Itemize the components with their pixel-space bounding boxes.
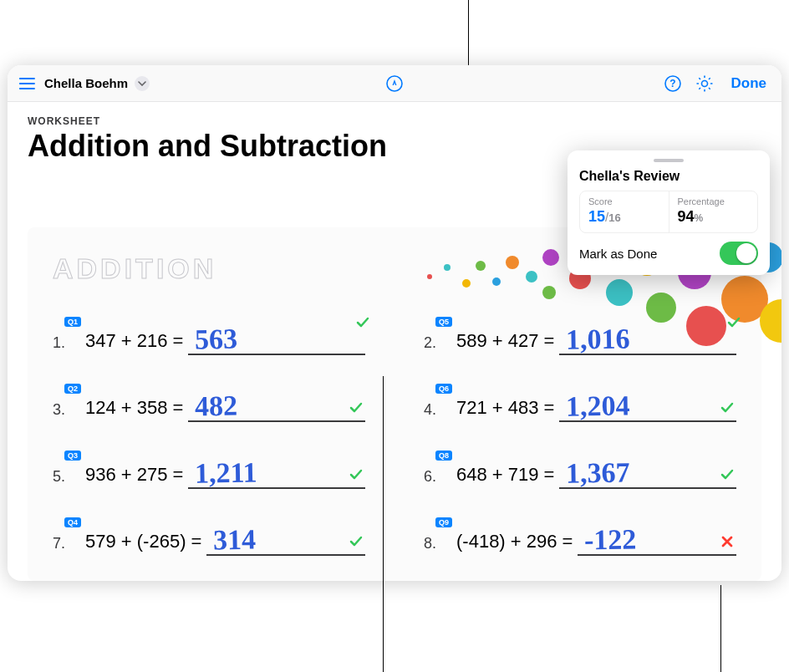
settings-icon[interactable] xyxy=(695,74,715,94)
callout-line xyxy=(468,0,469,65)
question-item[interactable]: 1.Q1347 + 216 =563 xyxy=(53,318,365,355)
question-badge: Q9 xyxy=(435,517,452,527)
review-stats: Score 15/16 Percentage 94% xyxy=(579,191,758,233)
toolbar: Chella Boehm ? Done xyxy=(8,65,781,102)
student-answer: 482 xyxy=(195,390,238,423)
check-icon[interactable] xyxy=(349,400,364,415)
x-icon[interactable] xyxy=(720,534,735,549)
help-icon[interactable]: ? xyxy=(663,74,683,94)
worksheet-label: WORKSHEET xyxy=(28,115,761,127)
toolbar-center xyxy=(384,74,405,94)
questions-grid: 1.Q1347 + 216 =5632.Q5589 + 427 =1,0163.… xyxy=(53,318,736,556)
score-label: Score xyxy=(588,196,660,206)
percentage-cell: Percentage 94% xyxy=(669,191,758,232)
drag-handle-icon[interactable] xyxy=(654,159,684,162)
app-window: Chella Boehm ? Done WORKSHEET Addition a… xyxy=(8,65,781,581)
callout-line xyxy=(720,585,721,672)
question-number: 4. xyxy=(424,401,436,422)
bubble-icon xyxy=(760,299,781,343)
question-number: 1. xyxy=(53,334,65,355)
bubble-icon xyxy=(542,286,556,299)
question-number: 6. xyxy=(424,468,436,489)
worksheet-body: ADDITION 1.Q1347 + 216 =5632.Q5589 + 427… xyxy=(28,227,761,581)
question-item[interactable]: 2.Q5589 + 427 =1,016 xyxy=(424,318,736,355)
question-item[interactable]: 6.Q8648 + 719 =1,367 xyxy=(424,452,736,489)
question-expression: 347 + 216 = xyxy=(85,330,183,355)
svg-point-6 xyxy=(387,76,402,91)
callout-line xyxy=(383,376,384,672)
menu-icon[interactable] xyxy=(18,74,38,94)
question-item[interactable]: 5.Q3936 + 275 =1,211 xyxy=(53,452,365,489)
toolbar-left: Chella Boehm xyxy=(18,74,150,94)
svg-line-15 xyxy=(709,88,710,89)
student-answer: -122 xyxy=(584,523,637,556)
student-answer: 1,211 xyxy=(195,456,257,489)
mark-done-row: Mark as Done xyxy=(579,242,758,265)
done-button[interactable]: Done xyxy=(726,72,772,95)
check-icon[interactable] xyxy=(726,315,741,330)
check-icon[interactable] xyxy=(720,467,735,482)
chevron-down-icon[interactable] xyxy=(135,76,150,91)
content-area: WORKSHEET Addition and Subtraction Chell… xyxy=(8,102,781,581)
svg-line-16 xyxy=(699,88,700,89)
toolbar-right: ? Done xyxy=(663,72,772,95)
svg-point-9 xyxy=(701,80,707,86)
answer-field[interactable]: 563 xyxy=(188,322,365,355)
question-number: 3. xyxy=(53,401,65,422)
svg-line-17 xyxy=(709,78,710,79)
review-title: Chella's Review xyxy=(579,169,758,184)
student-answer: 1,204 xyxy=(566,389,630,422)
question-number: 7. xyxy=(53,535,65,556)
score-cell: Score 15/16 xyxy=(580,191,669,232)
question-item[interactable]: 3.Q2124 + 358 =482 xyxy=(53,385,365,422)
student-answer: 1,367 xyxy=(566,456,630,489)
question-expression: 648 + 719 = xyxy=(456,464,554,489)
question-badge: Q3 xyxy=(64,451,81,461)
student-answer: 1,016 xyxy=(566,323,630,355)
percentage-label: Percentage xyxy=(678,196,750,206)
question-item[interactable]: 7.Q4579 + (-265) =314 xyxy=(53,519,365,556)
answer-field[interactable]: 1,211 xyxy=(188,456,365,489)
score-value: 15/16 xyxy=(588,208,660,226)
question-number: 5. xyxy=(53,468,65,489)
question-expression: 589 + 427 = xyxy=(456,330,554,355)
answer-field[interactable]: 1,367 xyxy=(559,456,736,489)
review-panel: Chella's Review Score 15/16 Percentage 9… xyxy=(568,150,770,275)
question-expression: 124 + 358 = xyxy=(85,397,183,422)
svg-text:?: ? xyxy=(669,78,675,89)
answer-field[interactable]: -122 xyxy=(578,522,736,556)
question-item[interactable]: 4.Q6721 + 483 =1,204 xyxy=(424,385,736,422)
markup-tool-icon[interactable] xyxy=(384,74,405,94)
answer-field[interactable]: 1,016 xyxy=(559,322,736,355)
mark-done-label: Mark as Done xyxy=(579,247,657,261)
question-expression: 721 + 483 = xyxy=(456,397,554,422)
answer-field[interactable]: 1,204 xyxy=(559,389,736,422)
question-badge: Q6 xyxy=(435,384,452,394)
user-name[interactable]: Chella Boehm xyxy=(44,76,128,90)
question-badge: Q8 xyxy=(435,451,452,461)
question-badge: Q5 xyxy=(435,317,452,327)
question-number: 2. xyxy=(424,334,436,355)
mark-done-toggle[interactable] xyxy=(720,242,758,265)
question-expression: (-418) + 296 = xyxy=(456,531,573,556)
check-icon[interactable] xyxy=(720,400,735,415)
question-badge: Q1 xyxy=(64,317,81,327)
question-badge: Q2 xyxy=(64,384,81,394)
check-icon[interactable] xyxy=(355,315,370,330)
question-expression: 579 + (-265) = xyxy=(85,531,201,556)
check-icon[interactable] xyxy=(349,534,364,549)
question-expression: 936 + 275 = xyxy=(85,464,183,489)
student-answer: 563 xyxy=(195,323,238,356)
percentage-value: 94% xyxy=(678,208,750,226)
answer-field[interactable]: 482 xyxy=(188,389,365,422)
student-answer: 314 xyxy=(213,524,257,557)
question-number: 8. xyxy=(424,535,436,556)
answer-field[interactable]: 314 xyxy=(206,522,365,556)
check-icon[interactable] xyxy=(349,467,364,482)
svg-line-14 xyxy=(699,78,700,79)
question-item[interactable]: 8.Q9(-418) + 296 =-122 xyxy=(424,519,736,556)
question-badge: Q4 xyxy=(64,517,81,527)
